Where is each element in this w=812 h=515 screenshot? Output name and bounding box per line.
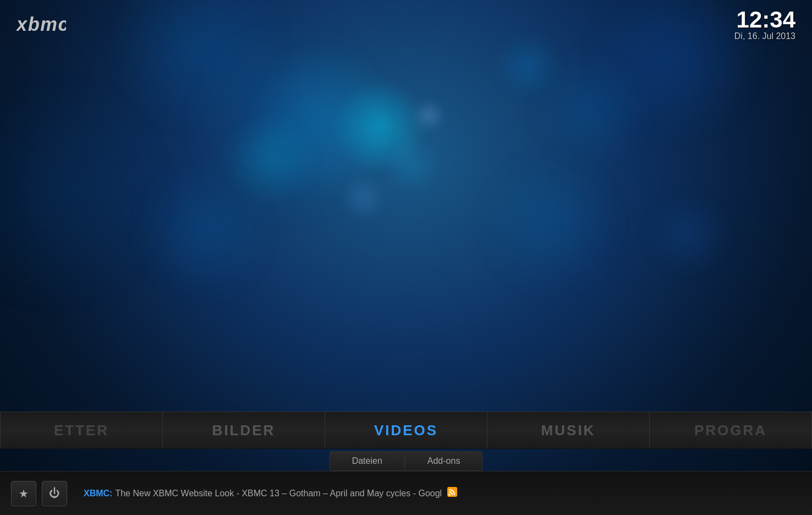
nav-label-programme: PROGRA	[694, 422, 767, 439]
svg-point-2	[448, 494, 451, 496]
logo: xbmc	[17, 8, 66, 39]
sub-nav-dateien[interactable]: Dateien	[330, 451, 405, 471]
footer-bar: ★ ⏻ XBMC: The New XBMC Website Look - XB…	[0, 471, 812, 515]
star-icon: ★	[19, 487, 29, 500]
bokeh-10	[385, 138, 440, 193]
bokeh-13	[0, 83, 165, 303]
bokeh-9	[647, 193, 729, 275]
nav-item-musik[interactable]: MUSIK	[487, 412, 650, 448]
power-button[interactable]: ⏻	[42, 481, 67, 506]
nav-items: ETTER BILDER VIDEOS MUSIK PROGRA	[0, 412, 812, 448]
nav-bar: ETTER BILDER VIDEOS MUSIK PROGRA	[0, 412, 812, 449]
power-icon: ⏻	[49, 487, 60, 500]
sub-nav-addons-label: Add-ons	[427, 456, 460, 465]
rss-svg	[447, 487, 457, 497]
nav-item-programme[interactable]: PROGRA	[650, 412, 812, 448]
news-ticker: XBMC: The New XBMC Website Look - XBMC 1…	[84, 487, 801, 500]
sub-nav-dateien-label: Dateien	[352, 456, 382, 465]
nav-label-bilder: BILDER	[212, 422, 276, 439]
rss-icon	[447, 487, 457, 500]
sub-nav-addons[interactable]: Add-ons	[405, 451, 483, 471]
clock-area: 12:34 Di, 16. Jul 2013	[734, 8, 795, 41]
svg-text:xbmc: xbmc	[17, 14, 66, 35]
bokeh-11	[341, 176, 385, 220]
xbmc-logo-svg: xbmc	[17, 8, 66, 39]
header: xbmc 12:34 Di, 16. Jul 2013	[0, 0, 812, 44]
nav-label-videos: VIDEOS	[374, 422, 438, 439]
sub-nav: Dateien Add-ons	[330, 451, 483, 471]
bokeh-15	[482, 154, 619, 292]
nav-label-musik: MUSIK	[541, 422, 596, 439]
clock-time: 12:34	[734, 8, 795, 31]
nav-label-wetter: ETTER	[54, 422, 109, 439]
nav-item-videos[interactable]: VIDEOS	[325, 412, 487, 448]
favorites-button[interactable]: ★	[11, 481, 36, 506]
news-content: The New XBMC Website Look - XBMC 13 – Go…	[115, 489, 442, 498]
nav-item-bilder[interactable]: BILDER	[163, 412, 325, 448]
footer-buttons: ★ ⏻	[11, 481, 67, 506]
nav-item-wetter[interactable]: ETTER	[0, 412, 163, 448]
bokeh-12	[413, 99, 446, 132]
news-source: XBMC:	[84, 489, 112, 498]
clock-date: Di, 16. Jul 2013	[734, 31, 795, 41]
